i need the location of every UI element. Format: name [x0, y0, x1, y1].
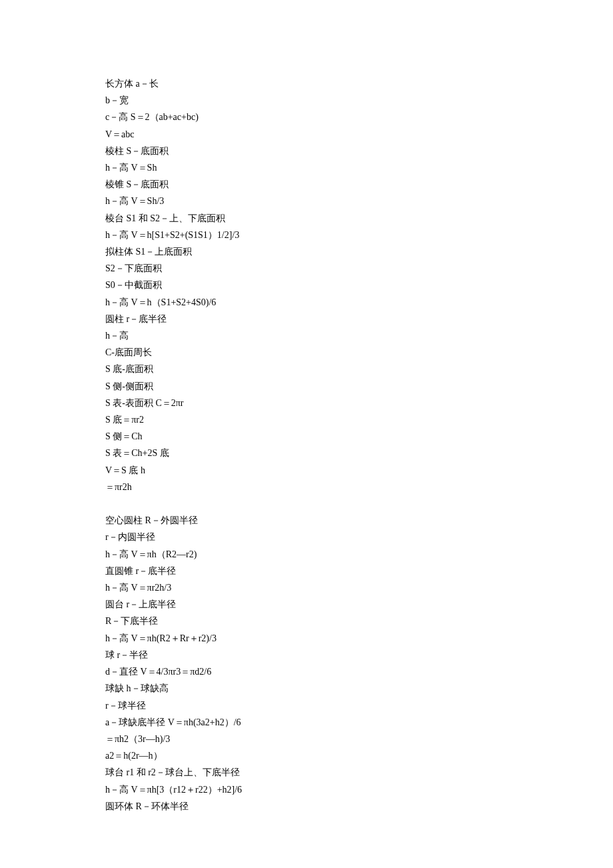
- text-line: R－下底半径: [105, 613, 505, 629]
- text-line: h－高 V＝Sh: [105, 159, 505, 176]
- text-line: ＝πr2h: [105, 479, 505, 495]
- text-line: 圆环体 R－环体半径: [105, 798, 505, 815]
- text-line: h－高 V＝πh(R2＋Rr＋r2)/3: [105, 630, 505, 647]
- text-line: S 底＝πr2: [105, 411, 505, 428]
- text-line: 圆台 r－上底半径: [105, 596, 505, 613]
- text-line: S 侧＝Ch: [105, 428, 505, 445]
- text-line: r－球半径: [105, 697, 505, 714]
- text-line: b－宽: [105, 92, 505, 109]
- text-line: 圆柱 r－底半径: [105, 311, 505, 327]
- text-line: C-底面周长: [105, 344, 505, 361]
- text-line: 球缺 h－球缺高: [105, 680, 505, 697]
- text-line: S 底-底面积: [105, 361, 505, 377]
- text-line: h－高: [105, 327, 505, 344]
- text-line: a－球缺底半径 V＝πh(3a2+h2）/6: [105, 714, 505, 731]
- text-line: r－内圆半径: [105, 529, 505, 545]
- text-line: h－高 V＝Sh/3: [105, 193, 505, 209]
- text-line: 空心圆柱 R－外圆半径: [105, 512, 505, 529]
- blank-line: [105, 495, 505, 512]
- document-body: 长方体 a－长 b－宽 c－高 S＝2（ab+ac+bc) V＝abc 棱柱 S…: [105, 75, 505, 815]
- text-line: S0－中截面积: [105, 277, 505, 293]
- text-line: 棱柱 S－底面积: [105, 143, 505, 159]
- text-line: h－高 V＝h（S1+S2+4S0)/6: [105, 294, 505, 311]
- text-line: c－高 S＝2（ab+ac+bc): [105, 109, 505, 125]
- text-line: 棱台 S1 和 S2－上、下底面积: [105, 210, 505, 227]
- text-line: S 表-表面积 C＝2πr: [105, 395, 505, 411]
- text-line: 拟柱体 S1－上底面积: [105, 243, 505, 260]
- text-line: S 表＝Ch+2S 底: [105, 445, 505, 461]
- text-line: h－高 V＝πh（R2—r2): [105, 546, 505, 563]
- text-line: h－高 V＝πh[3（r12＋r22）+h2]/6: [105, 781, 505, 798]
- text-line: 长方体 a－长: [105, 75, 505, 92]
- text-line: h－高 V＝πr2h/3: [105, 579, 505, 596]
- text-line: 棱锥 S－底面积: [105, 176, 505, 193]
- text-line: h－高 V＝h[S1+S2+(S1S1）1/2]/3: [105, 227, 505, 243]
- text-line: 直圆锥 r－底半径: [105, 563, 505, 579]
- text-line: V＝S 底 h: [105, 462, 505, 479]
- text-line: ＝πh2（3r—h)/3: [105, 731, 505, 747]
- text-line: 球台 r1 和 r2－球台上、下底半径: [105, 764, 505, 781]
- text-line: V＝abc: [105, 126, 505, 143]
- text-line: a2＝h(2r—h）: [105, 747, 505, 764]
- text-line: S 侧-侧面积: [105, 378, 505, 395]
- text-line: S2－下底面积: [105, 260, 505, 277]
- text-line: 球 r－半径: [105, 647, 505, 663]
- text-line: d－直径 V＝4/3πr3＝πd2/6: [105, 663, 505, 680]
